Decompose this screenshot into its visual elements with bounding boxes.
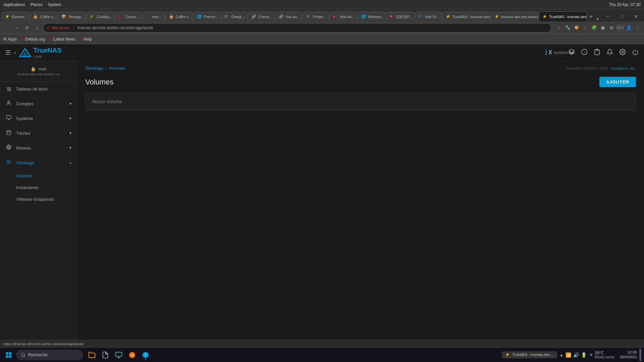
home-button[interactable]: ⌂: [33, 24, 41, 32]
forward-button[interactable]: →: [13, 24, 21, 32]
start-button[interactable]: [3, 349, 15, 361]
browser-tab-config[interactable]: ⚙ Configu... ✕: [86, 11, 114, 21]
tab-close-icon[interactable]: ✕: [329, 14, 329, 19]
sidebar-sub-vmware[interactable]: VMware-Snapshots: [0, 193, 77, 205]
show-desktop-button[interactable]: [639, 349, 641, 361]
sidebar-sub-instantanes[interactable]: Instantanés: [0, 182, 77, 193]
url-display: truenas.dev.irex.aretex.ca/ui/storage/po…: [77, 25, 153, 30]
browser-tab-dev[interactable]: ❤ [DEV]IP... ✕: [386, 11, 414, 21]
clipboard-icon[interactable]: [594, 49, 600, 57]
browser-tab-nonau[interactable]: ● Non Au... ✕: [329, 11, 357, 21]
taskbar-file-manager[interactable]: [86, 349, 98, 361]
browser-tab-elements[interactable]: ⚡ Elemen... ✕: [1, 11, 29, 21]
settings-gear-icon[interactable]: [619, 49, 626, 57]
chevron-up-icon[interactable]: ▲: [560, 353, 564, 357]
browser-tab-website[interactable]: 🌐 Website... ✕: [358, 11, 386, 21]
new-tab-button[interactable]: +: [587, 12, 594, 21]
bookmark-star-icon[interactable]: ☆: [555, 24, 563, 32]
taskbar-software[interactable]: [113, 349, 125, 361]
menu-icon[interactable]: ⋮: [634, 24, 641, 32]
svg-point-10: [8, 101, 9, 103]
bell-icon[interactable]: [606, 49, 613, 57]
ixsystems-link[interactable]: iXsystems, Inc.: [611, 66, 636, 70]
tab-label: Website...: [368, 15, 384, 19]
clock-widget[interactable]: 12:39 20/04/2023: [620, 350, 637, 360]
address-box[interactable]: ⚠ Not secure | truenas.dev.irex.aretex.c…: [43, 23, 551, 33]
browser-tab-coffre1[interactable]: 🔒 Coffre v... ✕: [30, 11, 57, 21]
taskbar-app-truenas[interactable]: T: [140, 349, 152, 361]
battery-icon[interactable]: 🔋: [581, 352, 587, 358]
sidebar-item-tableau[interactable]: ⊞ Tableau de bord: [0, 82, 77, 96]
tab-favicon: 🔗: [279, 14, 283, 19]
profile-icon[interactable]: 👤: [625, 24, 633, 32]
vpn-icon[interactable]: VPN: [616, 24, 624, 32]
bookmark-apps[interactable]: ⊞ Apps: [3, 37, 17, 42]
system-tray: ▲ 📶 🔊 🔋: [560, 352, 587, 358]
bookmark-debian[interactable]: ● Debian.org: [21, 37, 45, 42]
browser-tab-storage[interactable]: 📦 Storage... ✕: [58, 11, 86, 21]
sidebar: 🔒 root truenas.dev.irex.aretex.ca ⊞ Tabl…: [0, 61, 77, 362]
browser-tab-xen[interactable]: X Xen Or... ✕: [415, 11, 442, 21]
power-icon[interactable]: [632, 49, 639, 57]
sidebar-item-taches[interactable]: Tâches ▾: [0, 126, 77, 140]
os-menu-applications[interactable]: Applications: [3, 2, 25, 7]
browser-tab-deepl[interactable]: D DeepL... ✕: [221, 11, 248, 21]
bookmark-news[interactable]: ● Latest News: [50, 37, 75, 42]
reload-button[interactable]: ↺: [23, 24, 31, 32]
extension-icon[interactable]: 🔧: [564, 24, 572, 32]
bookmark-help[interactable]: ● Help: [80, 37, 92, 42]
browser-tab-vue[interactable]: 🔗 Vue du... ✕: [275, 11, 302, 21]
browser-tab-truenas1[interactable]: ⚡ TrueNAS - truenas.dev.ir... ✕: [442, 11, 490, 21]
news-icon: ●: [50, 37, 52, 41]
browser-tab-mor[interactable]: − mor... ✕: [142, 11, 165, 21]
tab-close-icon[interactable]: ✕: [141, 14, 142, 19]
browser-tab-projet[interactable]: 🛠 Projet-... ✕: [303, 11, 329, 21]
warning-icon[interactable]: ⚠: [582, 24, 589, 32]
sidebar-sub-volumes[interactable]: Volumes: [0, 170, 77, 182]
status-bar: https://truenas.dev.irex.aretex.ca/ui/st…: [0, 340, 644, 347]
os-menu-system[interactable]: System: [48, 2, 61, 7]
back-button[interactable]: ←: [3, 24, 11, 32]
taskbar-brave[interactable]: B: [126, 349, 138, 361]
layers-icon[interactable]: [568, 49, 575, 57]
browser-tab-truenas2[interactable]: ⚡ truenas.dev.irex.aretex.ca ✕: [491, 11, 538, 21]
weather-widget[interactable]: ☀ 29°C Mostly sunny: [589, 351, 614, 359]
tab-close-icon[interactable]: ✕: [247, 14, 248, 19]
tab-close-icon[interactable]: ✕: [274, 14, 275, 19]
wifi-icon[interactable]: 📶: [566, 352, 571, 358]
taskbar-app-label[interactable]: ⚡ TrueNAS - truenas.dev....: [502, 351, 557, 358]
os-menu-places[interactable]: Places: [31, 2, 43, 7]
sidebar-item-stockage[interactable]: Stockage ▴: [0, 155, 77, 170]
dashboard-icon: ⊞: [5, 86, 12, 92]
sidebar-item-label: Tâches: [16, 131, 31, 136]
browser-tab-french[interactable]: 🌐 French... ✕: [194, 11, 221, 21]
sidebar-item-reseau[interactable]: Réseau ▾: [0, 140, 77, 155]
info-icon[interactable]: [581, 49, 588, 57]
tab-search-icon[interactable]: ⊞: [608, 24, 615, 32]
tab-overflow-button[interactable]: ▾: [595, 17, 601, 21]
extensions-puzzle-icon[interactable]: 🧩: [590, 24, 598, 32]
browser-tab-coffre2[interactable]: 🔒 Coffre v... ✕: [165, 11, 193, 21]
weather-condition: Mostly sunny: [595, 355, 614, 359]
add-volume-button[interactable]: AJOUTER: [599, 77, 636, 87]
browser-tab-conn1[interactable]: 🔗 Conne... ✕: [248, 11, 275, 21]
hamburger-menu-button[interactable]: ☰: [5, 49, 11, 56]
sidebar-item-systeme[interactable]: Système ▾: [0, 111, 77, 126]
maximize-button[interactable]: □: [615, 11, 629, 21]
sidebar-item-label: Système: [16, 116, 33, 121]
expand-arrow-icon: ▾: [69, 145, 71, 150]
expand-arrow-icon: ▾: [69, 131, 71, 135]
truenas-back-button[interactable]: ‹: [14, 50, 16, 56]
breadcrumb-parent[interactable]: Stockage: [85, 66, 103, 71]
taskbar-search[interactable]: Recherche: [16, 350, 83, 360]
taskbar-files[interactable]: [99, 349, 111, 361]
browser-tab-zabbix[interactable]: Z Conne... ✕: [115, 11, 142, 21]
sidebar-toggle-icon[interactable]: ▣: [599, 24, 606, 32]
minimize-button[interactable]: −: [601, 11, 614, 21]
tab-close-icon[interactable]: ✕: [163, 14, 165, 19]
close-button[interactable]: ✕: [629, 11, 643, 21]
sidebar-item-comptes[interactable]: Comptes ▾: [0, 96, 77, 111]
brave-icon[interactable]: 🦁: [573, 24, 580, 32]
browser-tab-truenas3[interactable]: ⚡ TrueNAS - truenas.dev.ir... ✕: [539, 11, 587, 21]
speaker-icon[interactable]: 🔊: [573, 352, 579, 358]
